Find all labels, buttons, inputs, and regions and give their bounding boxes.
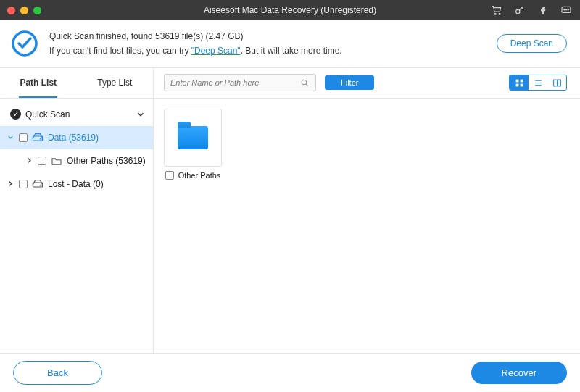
svg-rect-13: [515, 79, 518, 82]
search-input[interactable]: [170, 78, 300, 87]
tree-label: Lost - Data (0): [48, 179, 146, 189]
tree-label: Data (53619): [48, 133, 146, 143]
view-grid-button[interactable]: [510, 75, 529, 90]
footer: Back Recover: [0, 353, 580, 392]
tab-path-list[interactable]: Path List: [0, 68, 77, 98]
key-icon[interactable]: [513, 4, 526, 17]
status-files-word: file(s): [179, 31, 205, 41]
checkbox[interactable]: [165, 171, 174, 180]
status-bar: Quick Scan finished, found 53619 file(s)…: [0, 20, 580, 68]
status-file-count: 53619: [155, 31, 179, 41]
chevron-right-icon[interactable]: [25, 157, 33, 164]
tab-type-list[interactable]: Type List: [77, 68, 154, 98]
status-line2-prefix: If you can't find lost files, you can tr…: [49, 46, 191, 56]
tree-label: Quick Scan: [25, 109, 131, 120]
tree-row-other-paths[interactable]: Other Paths (53619): [0, 149, 153, 172]
main-area: Path List Type List ✓ Quick Scan Data (5…: [0, 68, 580, 372]
checkbox[interactable]: [38, 157, 46, 165]
cart-icon[interactable]: [490, 4, 503, 17]
scan-complete-icon: [10, 29, 39, 58]
feedback-icon[interactable]: [560, 4, 573, 17]
folder-icon: [178, 126, 208, 149]
status-line1-prefix: Quick Scan finished, found: [49, 31, 155, 41]
checkmark-icon: ✓: [10, 109, 21, 120]
checkbox[interactable]: [19, 133, 28, 142]
search-icon: [300, 78, 310, 88]
close-window-button[interactable]: [7, 7, 15, 14]
svg-point-9: [41, 138, 41, 139]
view-list-button[interactable]: [529, 75, 547, 90]
disk-icon: [32, 178, 44, 190]
svg-rect-14: [520, 79, 523, 82]
svg-rect-15: [515, 83, 518, 86]
window-title: Aiseesoft Mac Data Recovery (Unregistere…: [204, 5, 376, 15]
content-area: Filter Other Paths: [154, 68, 580, 372]
svg-point-5: [566, 9, 566, 10]
tree-label: Other Paths (53619): [67, 156, 146, 166]
folder-thumbnail[interactable]: [164, 109, 222, 167]
chevron-down-icon[interactable]: [6, 133, 14, 141]
svg-point-4: [564, 9, 565, 10]
grid-item-name: Other Paths: [178, 171, 221, 180]
tree-row-data[interactable]: Data (53619): [0, 126, 153, 149]
svg-point-11: [41, 185, 41, 185]
disk-icon: [32, 132, 44, 143]
chevron-down-icon[interactable]: [136, 109, 146, 120]
grid-item[interactable]: Other Paths: [164, 109, 222, 180]
view-mode-switch: [509, 75, 567, 91]
deep-scan-button[interactable]: Deep Scan: [497, 34, 567, 53]
svg-point-12: [302, 80, 307, 85]
svg-point-6: [568, 9, 568, 10]
minimize-window-button[interactable]: [20, 7, 28, 14]
status-line2-suffix: . But it will take more time.: [241, 46, 342, 56]
filter-button[interactable]: Filter: [325, 75, 374, 90]
tree-row-lost-data[interactable]: Lost - Data (0): [0, 172, 153, 196]
window-controls: [7, 7, 41, 14]
status-message: Quick Scan finished, found 53619 file(s)…: [49, 29, 497, 59]
chevron-right-icon[interactable]: [6, 180, 14, 188]
svg-rect-16: [520, 83, 523, 86]
deep-scan-link[interactable]: "Deep Scan": [191, 46, 241, 56]
search-box[interactable]: [164, 74, 316, 91]
recover-button[interactable]: Recover: [471, 362, 567, 384]
facebook-icon[interactable]: [536, 4, 550, 17]
content-toolbar: Filter: [154, 68, 580, 99]
checkbox[interactable]: [19, 180, 28, 188]
sidebar: Path List Type List ✓ Quick Scan Data (5…: [0, 68, 154, 372]
maximize-window-button[interactable]: [33, 7, 41, 14]
results-grid: Other Paths: [154, 99, 580, 372]
tree-row-quick-scan[interactable]: ✓ Quick Scan: [0, 103, 153, 126]
back-button[interactable]: Back: [13, 361, 102, 385]
titlebar-actions: [490, 4, 573, 17]
svg-point-1: [499, 13, 500, 14]
view-columns-button[interactable]: [547, 75, 566, 90]
status-size: (2.47 GB): [205, 31, 243, 41]
svg-point-2: [516, 9, 520, 13]
titlebar: Aiseesoft Mac Data Recovery (Unregistere…: [0, 0, 580, 20]
grid-item-label-row: Other Paths: [165, 171, 221, 180]
path-tree: ✓ Quick Scan Data (53619): [0, 99, 153, 372]
svg-point-0: [494, 13, 496, 14]
sidebar-tabs: Path List Type List: [0, 68, 153, 99]
folder-icon: [51, 155, 62, 167]
